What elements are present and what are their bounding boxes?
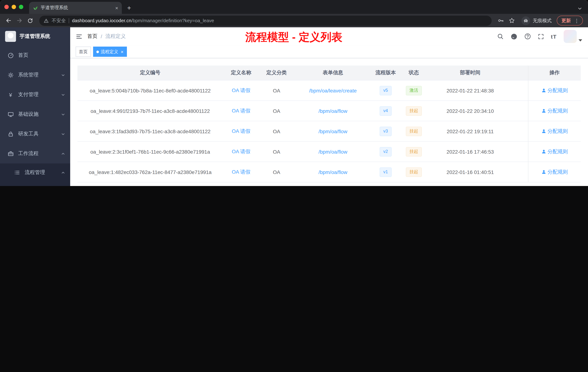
definition-id: oa_leave:5:004b710b-7b8a-11ec-8ef0-acde4… [77,80,223,100]
window-zoom-button[interactable] [19,5,23,9]
definition-name-link[interactable]: OA 请假 [232,87,251,94]
form-link[interactable]: /bpm/oa/flow [319,169,347,175]
table-header: 定义编号 定义名称 定义分类 表单信息 流程版本 状态 部署时间 操作 [77,66,581,80]
col-actions: 操作 [528,66,581,80]
chevron-up-icon [61,171,65,175]
browser-tab[interactable]: 芋道管理系统 × [29,2,122,14]
browser-window: 芋道管理系统 × + 不安全 dashboard.yudao.iocoder.c… [0,0,588,186]
sidebar-item-label: 系统管理 [18,72,39,78]
avatar-image [564,30,577,43]
user-avatar[interactable] [564,30,582,43]
version-tag: v2 [380,147,391,156]
sidebar-item-payment[interactable]: ¥ 支付管理 [0,85,70,104]
sidebar-item-home[interactable]: 首页 [0,45,70,65]
tag-process-definition[interactable]: 流程定义 × [93,47,127,57]
bookmark-star-icon[interactable] [507,16,516,25]
reload-button[interactable] [25,16,35,25]
update-label: 更新 [561,17,571,24]
url-host: dashboard.yudao.iocoder.cn [72,18,131,23]
incognito-icon [521,16,530,25]
help-question-icon[interactable] [524,33,531,40]
github-icon[interactable] [511,33,517,40]
tab-search-chevron-icon[interactable] [578,6,582,11]
assign-rules-link[interactable]: 分配规则 [547,148,568,155]
version-tag: v1 [380,167,391,177]
definition-id: oa_leave:2:3c1f0ef1-76b1-11ec-9c66-a2380… [77,142,223,162]
chevron-down-icon [61,132,65,136]
col-deploy-time: 部署时间 [428,66,512,80]
table-row: oa_leave:4:991f2193-7b7f-11ec-a3c8-acde4… [77,101,581,121]
chevron-down-icon [61,73,65,77]
assign-rules-link[interactable]: 分配规则 [547,87,568,94]
fullscreen-icon[interactable] [538,33,544,40]
security-label[interactable]: 不安全 [52,17,66,24]
sidebar-item-workflow[interactable]: 工作流程 [0,144,70,164]
status-tag: 挂起 [406,167,422,177]
table-row: oa_leave:2:3c1f0ef1-76b1-11ec-9c66-a2380… [77,142,581,162]
logo-title: 芋道管理系统 [20,33,50,40]
sidebar-item-infra[interactable]: 基础设施 [0,104,70,124]
update-button[interactable]: 更新 ⋮ [557,16,583,25]
definition-id: oa_leave:3:1fad3d93-7b75-11ec-a3c8-acde4… [77,121,223,141]
sidebar-item-devtools[interactable]: 研发工具 [0,124,70,144]
sidebar-item-label: 基础设施 [18,111,39,118]
definition-name-link[interactable]: OA 请假 [232,148,251,155]
dashboard-icon [7,52,14,58]
definition-name-link[interactable]: OA 请假 [232,169,251,175]
status-tag: 挂起 [406,127,422,136]
url-text[interactable]: dashboard.yudao.iocoder.cn/bpm/manager/d… [72,18,214,23]
version-tag: v5 [380,86,391,95]
browser-menu-icon[interactable]: ⋮ [574,18,579,23]
sidebar-item-system[interactable]: 系统管理 [0,65,70,85]
new-tab-button[interactable]: + [124,3,134,13]
deploy-time: 2022-01-16 17:46:53 [428,142,512,162]
list-icon [14,170,20,175]
user-icon [541,170,546,174]
forward-button[interactable] [15,16,24,25]
definition-category: OA [259,142,294,162]
assign-rules-link[interactable]: 分配规则 [547,108,568,114]
form-link[interactable]: /bpm/oa/flow [319,128,347,134]
font-size-icon[interactable]: tT [551,33,557,40]
breadcrumb-home-link[interactable]: 首页 [87,33,97,40]
sidebar-toggle-hamburger-icon[interactable] [76,33,82,40]
sidebar-item-label: 研发工具 [18,131,39,137]
version-tag: v4 [380,106,391,116]
app-navbar: 首页 / 流程定义 流程模型 - 定义列表 [70,27,588,45]
definition-name-link[interactable]: OA 请假 [232,128,251,134]
browser-toolbar: 不安全 dashboard.yudao.iocoder.cn/bpm/manag… [0,14,588,27]
form-link[interactable]: /bpm/oa/flow [319,149,347,154]
caret-down-icon [578,39,582,42]
sidebar-item-process-management[interactable]: 流程管理 [0,164,70,182]
deploy-time: 2022-01-22 20:34:10 [428,101,512,121]
table-row: oa_leave:3:1fad3d93-7b75-11ec-a3c8-acde4… [77,121,581,142]
tag-home[interactable]: 首页 [76,47,91,57]
browser-tab-strip: 芋道管理系统 × + [0,0,588,14]
assign-rules-link[interactable]: 分配规则 [547,169,568,175]
sidebar-item-process-form[interactable]: 流程表单 [0,182,70,186]
tag-close-icon[interactable]: × [121,49,124,54]
col-form-info: 表单信息 [294,66,372,80]
status-tag: 激活 [406,86,422,95]
definition-name-link[interactable]: OA 请假 [232,108,251,114]
form-link[interactable]: /bpm/oa/leave/create [309,88,357,93]
search-icon[interactable] [497,33,504,40]
back-button[interactable] [4,16,13,25]
address-bar[interactable]: 不安全 dashboard.yudao.iocoder.cn/bpm/manag… [39,15,492,26]
password-key-icon[interactable] [496,16,505,25]
window-minimize-button[interactable] [12,5,16,9]
breadcrumb: 首页 / 流程定义 [87,33,126,40]
col-definition-name: 定义名称 [223,66,259,80]
sidebar-item-label: 支付管理 [18,91,39,98]
chevron-down-icon [61,112,65,116]
form-link[interactable]: /bpm/oa/flow [319,108,347,114]
deploy-time: 2022-01-22 21:48:38 [428,80,512,100]
sidebar-item-label: 流程管理 [25,169,45,176]
tab-close-icon[interactable]: × [115,5,118,10]
window-close-button[interactable] [4,5,9,9]
definition-table: 定义编号 定义名称 定义分类 表单信息 流程版本 状态 部署时间 操作 oa_l… [77,66,581,182]
assign-rules-link[interactable]: 分配规则 [547,128,568,134]
definition-id: oa_leave:1:482ec033-762a-11ec-8477-a2380… [77,162,223,182]
site-favicon-icon [33,5,38,10]
incognito-label: 无痕模式 [533,17,552,24]
